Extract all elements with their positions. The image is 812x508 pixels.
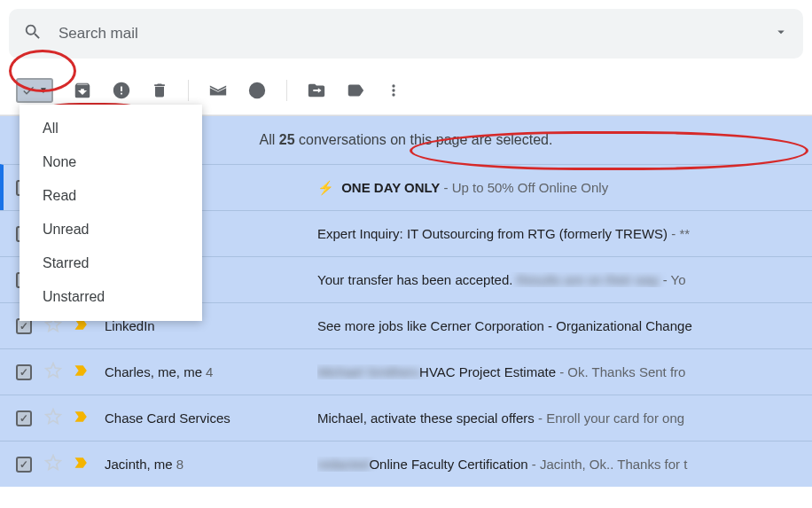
move-to-icon[interactable] xyxy=(307,81,326,100)
row-subject: Michael, activate these special offers -… xyxy=(317,410,796,426)
select-option-starred[interactable]: Starred xyxy=(20,246,202,280)
row-checkbox[interactable]: ✓ xyxy=(16,364,32,380)
more-icon[interactable] xyxy=(385,82,402,99)
mark-read-icon[interactable] xyxy=(208,81,228,100)
toolbar: ▼ All None Read Unread Starred Unstarred xyxy=(0,66,812,115)
row-subject: ⚡ ONE DAY ONLY - Up to 50% Off Online On… xyxy=(317,180,796,196)
banner-text-post: conversations on this page are selected. xyxy=(295,132,553,147)
select-dropdown: All None Read Unread Starred Unstarred xyxy=(20,105,202,321)
star-icon[interactable] xyxy=(44,362,62,382)
row-sender: Charles, me, me4 xyxy=(105,364,317,379)
select-option-none[interactable]: None xyxy=(20,145,202,179)
search-input[interactable] xyxy=(59,25,773,43)
importance-icon[interactable] xyxy=(73,362,90,382)
row-subject: Expert Inquiry: IT Outsourcing from RTG … xyxy=(317,226,796,241)
caret-down-icon: ▼ xyxy=(39,85,48,95)
email-row[interactable]: ✓Charles, me, me4Michael Smithers HVAC P… xyxy=(0,348,812,395)
star-icon[interactable] xyxy=(44,408,62,428)
importance-icon[interactable] xyxy=(73,408,90,428)
importance-icon[interactable] xyxy=(73,454,90,474)
row-subject: Michael Smithers HVAC Project Estimate -… xyxy=(317,364,796,379)
email-row[interactable]: ✓Jacinth, me8redacted Online Faculty Cer… xyxy=(0,441,812,487)
report-spam-icon[interactable] xyxy=(112,81,131,100)
select-all-checkbox[interactable]: ▼ xyxy=(16,78,53,103)
row-subject: Your transfer has been accepted. Results… xyxy=(317,272,796,287)
labels-icon[interactable] xyxy=(346,81,365,100)
search-options-caret[interactable] xyxy=(773,24,789,43)
row-sender: Jacinth, me8 xyxy=(105,457,317,472)
banner-count: 25 xyxy=(279,132,295,147)
select-option-unread[interactable]: Unread xyxy=(20,213,202,246)
search-bar xyxy=(9,9,803,59)
banner-text-pre: All xyxy=(260,132,279,147)
select-option-all[interactable]: All xyxy=(20,112,202,145)
snooze-icon[interactable] xyxy=(247,81,267,100)
search-icon[interactable] xyxy=(23,22,43,45)
delete-icon[interactable] xyxy=(151,82,168,99)
row-checkbox[interactable]: ✓ xyxy=(16,457,32,473)
toolbar-separator xyxy=(188,80,189,101)
archive-icon[interactable] xyxy=(73,81,92,100)
select-option-read[interactable]: Read xyxy=(20,179,202,213)
row-checkbox[interactable]: ✓ xyxy=(16,410,32,426)
toolbar-separator xyxy=(286,80,287,101)
row-sender: Chase Card Services xyxy=(105,410,317,426)
star-icon[interactable] xyxy=(44,454,62,474)
email-row[interactable]: ✓Chase Card ServicesMichael, activate th… xyxy=(0,395,812,441)
row-subject: See more jobs like Cerner Corporation - … xyxy=(317,318,796,333)
select-option-unstarred[interactable]: Unstarred xyxy=(20,280,202,314)
row-subject: redacted Online Faculty Certification - … xyxy=(317,457,796,472)
